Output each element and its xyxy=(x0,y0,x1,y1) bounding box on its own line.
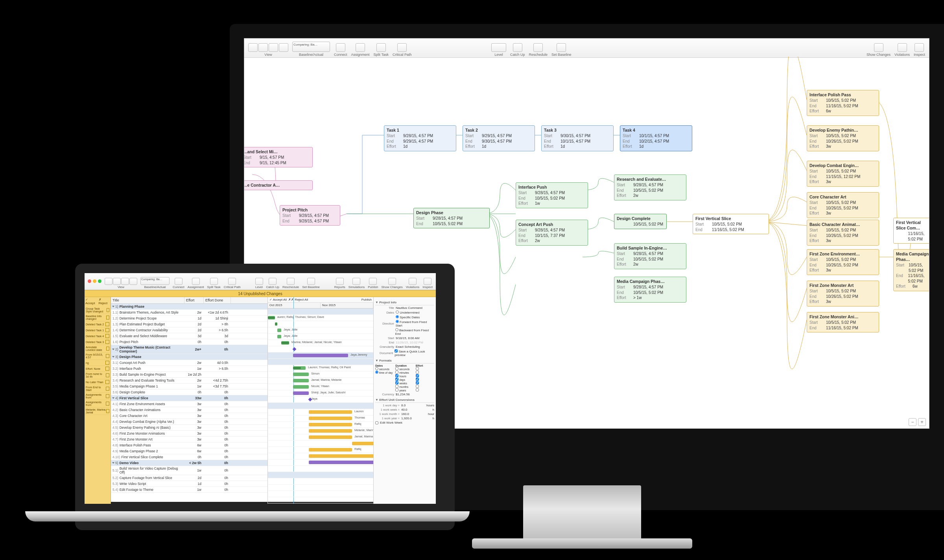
l-critical[interactable] xyxy=(228,278,236,285)
node-fzmani[interactable]: First Zone Monster Ani…Start10/5/15, 5:0… xyxy=(807,312,879,332)
gantt-row[interactable]: auren; Rafiq; Thomas; Simon; Dave xyxy=(268,315,373,321)
gantt-row[interactable]: Lauren; Thomas; Rafiq; Oil Paint xyxy=(268,365,373,371)
change-item[interactable]: Effort: None xyxy=(85,366,110,372)
node-task2[interactable]: Task 2Start9/29/15, 4:57 PMEnd9/30/15, 4… xyxy=(463,125,535,151)
compare-dropdown[interactable]: Comparing: Ba… xyxy=(292,42,330,52)
reject-change-btn[interactable]: ✗ Reject xyxy=(99,298,110,305)
edit-workweek-checkbox[interactable] xyxy=(375,421,378,424)
task-row[interactable]: 5.3)Write Video Script1d0h xyxy=(111,481,267,487)
gantt-row[interactable]: Shinji xyxy=(268,491,373,497)
task-row[interactable]: 1.3)Plan Estimated Project Budget2d> 8h xyxy=(111,321,267,327)
view-btn-4[interactable] xyxy=(279,43,288,52)
task-row[interactable]: 4.7)First Zone Monster Art3w0h xyxy=(111,437,267,442)
gantt-row[interactable]: Rafiq xyxy=(268,447,373,453)
task-row[interactable]: 4.5)Develop Enemy Pathing AI (Basic)3w0h xyxy=(111,425,267,431)
task-row[interactable]: 4)First Vertical Slice33w0h xyxy=(111,395,267,401)
task-row[interactable]: 1.5)Evaluate and Select Middleware3d3d xyxy=(111,333,267,339)
change-item[interactable]: Assignments from xyxy=(85,393,110,400)
task-row[interactable]: 3.3)Build Sample In-Engine Project1w 2d … xyxy=(111,372,267,378)
gantt-row[interactable]: Nicole; Yitaan xyxy=(268,384,373,390)
gantt-row[interactable]: Jaya xyxy=(268,466,373,472)
l-reports[interactable] xyxy=(336,278,344,285)
milestone-diamond[interactable] xyxy=(293,347,297,351)
gantt-row[interactable]: Shinji; Jaya; Satoshi xyxy=(268,459,373,466)
task-row[interactable]: 4.4)Develop Combat Engine (Alpha Ver.)3w… xyxy=(111,419,267,425)
node-ccart[interactable]: Core Character ArtStart10/5/15, 5:02 PME… xyxy=(807,192,879,218)
gantt-row[interactable] xyxy=(268,472,373,478)
node-build-sample[interactable]: Build Sample In-Engine…Start9/28/15, 4:5… xyxy=(614,243,686,269)
l-view-1[interactable] xyxy=(105,278,112,285)
showchg-btn[interactable] xyxy=(874,43,883,52)
gantt-row[interactable]: Simon xyxy=(268,371,373,378)
change-item[interactable]: No Later Than xyxy=(85,379,110,385)
task-row[interactable]: 3.1)Concept Art Push2w4d 0.5h xyxy=(111,360,267,366)
task-row[interactable]: 5.2)Capture Footage from Vertical Slice2… xyxy=(111,475,267,481)
gantt-row[interactable]: Jaya Jeremy xyxy=(268,353,373,359)
gantt-row[interactable]: Jaya; Julie xyxy=(268,334,373,340)
task-row[interactable]: 4.6)First Zone Monster Animations3w0h xyxy=(111,431,267,437)
change-item[interactable]: Baseline Info changed xyxy=(85,314,110,321)
task-row[interactable]: 1.1)Brainstorm Themes, Audience, Art Sty… xyxy=(111,310,267,316)
col-effdone[interactable]: Effort Done xyxy=(204,297,231,303)
l-publish[interactable] xyxy=(369,278,377,285)
gantt-row[interactable] xyxy=(268,359,373,365)
gantt-bar[interactable] xyxy=(293,373,309,376)
gantt-bar[interactable] xyxy=(309,435,352,439)
critical-btn[interactable] xyxy=(397,43,407,52)
project-title-field[interactable]: Nautilus Command xyxy=(396,306,434,310)
l-compare[interactable]: Comparing: Ba… xyxy=(140,277,170,285)
change-item[interactable]: Deleted Task 3 xyxy=(85,339,110,345)
change-item[interactable]: ng xyxy=(85,360,110,366)
gantt-bar[interactable] xyxy=(309,448,352,452)
node-research-eval[interactable]: Research and Evaluate…Start9/28/15, 4:57… xyxy=(614,174,686,200)
l-view-3[interactable] xyxy=(121,278,129,285)
l-split[interactable] xyxy=(210,278,218,285)
gantt-bar[interactable] xyxy=(277,329,281,332)
change-item[interactable]: Group Task Style changed xyxy=(85,307,110,314)
node-fvs[interactable]: First Vertical SliceStart10/5/15, 5:02 P… xyxy=(693,214,769,234)
change-item[interactable]: From End to Start xyxy=(85,385,110,393)
node-pitch[interactable]: Project PitchStart9/28/15, 4:57 PMEnd9/2… xyxy=(280,205,340,226)
task-row[interactable]: 4.9)Media Campaign Phase 26w0h xyxy=(111,448,267,454)
gantt-row[interactable]: Jamal xyxy=(268,478,373,485)
gantt-bar[interactable] xyxy=(293,354,348,357)
l-inspect[interactable] xyxy=(424,278,431,285)
task-row[interactable]: 1.2)Determine Project Scope1d1d Shinji xyxy=(111,316,267,321)
accept-all-btn[interactable]: ✓ Accept All xyxy=(269,298,287,301)
gantt-row[interactable]: Shinji xyxy=(268,497,373,503)
task-row[interactable]: 4.10)First Vertical Slice Complete0h0h xyxy=(111,454,267,460)
gantt-row[interactable]: Jaya xyxy=(268,397,373,403)
node-task1[interactable]: Task 1Start9/28/15, 4:57 PMEnd9/29/15, 4… xyxy=(384,125,456,151)
publish-btn[interactable]: Publish xyxy=(361,298,372,301)
task-row[interactable]: 4.1)First Zone Environment Assets3w0h xyxy=(111,401,267,407)
zoom-out-btn[interactable]: − xyxy=(909,418,916,426)
l-view-2[interactable] xyxy=(113,278,121,285)
gantt-row[interactable]: Shinji; Jaya; Julie; Satoshi xyxy=(268,390,373,397)
change-item[interactable]: Deleted Task 2 xyxy=(85,321,110,327)
gantt-bar[interactable] xyxy=(309,429,352,433)
level-btn[interactable] xyxy=(491,43,506,52)
node-contractor[interactable]: …e Contractor A… xyxy=(244,180,313,190)
violations-btn[interactable] xyxy=(898,43,907,52)
task-row[interactable]: 3.4)Research and Evaluate Testing Tools2… xyxy=(111,378,267,384)
node-interface-push[interactable]: Interface PushStart9/28/15, 4:57 PMEnd10… xyxy=(516,182,588,208)
gantt-row[interactable]: Lauren xyxy=(268,409,373,415)
task-row[interactable]: 3.2)Interface Push1w> 6.5h xyxy=(111,366,267,372)
l-catchup[interactable] xyxy=(269,278,277,285)
connect-btn[interactable] xyxy=(336,43,345,52)
node-select-mi[interactable]: …and Select Mi…Start9/15, 4:57 PMEnd9/15… xyxy=(244,147,313,167)
gantt-row[interactable]: Thomas xyxy=(268,415,373,422)
gantt-row[interactable]: Melanie; Marina xyxy=(268,428,373,434)
gantt-row[interactable]: Marina; Melanie; Jamal; Nicole; Yitaan xyxy=(268,340,373,346)
task-row[interactable]: 4.2)Basic Character Animations3w0h xyxy=(111,407,267,413)
gantt-row[interactable]: Thomas xyxy=(268,441,373,447)
l-view-4[interactable] xyxy=(129,278,137,285)
inspect-btn[interactable] xyxy=(914,43,924,52)
gantt-row[interactable]: Nicole; Yitaa… xyxy=(268,485,373,491)
currency-field[interactable]: $1,234.56 xyxy=(396,393,434,396)
l-resched[interactable] xyxy=(287,278,295,285)
setbase-btn[interactable] xyxy=(557,43,566,52)
zoom-in-btn[interactable]: + xyxy=(918,418,926,426)
gantt-bar[interactable] xyxy=(277,335,281,338)
gantt-row[interactable]: Jaya; Julie xyxy=(268,327,373,334)
